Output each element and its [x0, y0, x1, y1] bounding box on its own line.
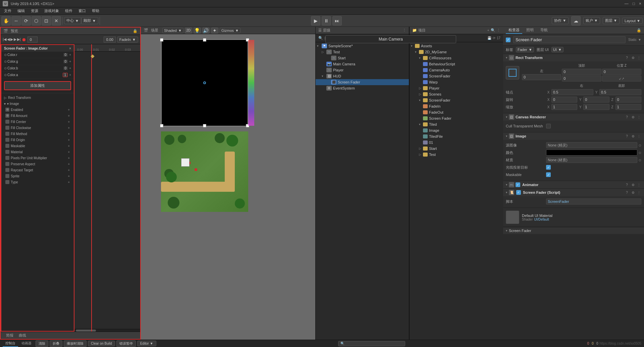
scene-audio-btn[interactable]: 🔊 [202, 27, 210, 34]
tl-item-enabled[interactable]: ⊙ Enabled + [1, 107, 74, 113]
tl-item-raycast-target[interactable]: Raycast Target + [1, 167, 74, 173]
menu-assets[interactable]: 资源 [28, 8, 41, 14]
refresh-btn[interactable]: ⟳ [493, 36, 495, 40]
transform-tool-btn[interactable]: ✕ [52, 16, 61, 25]
scene-2d-btn[interactable]: 2D [185, 27, 192, 34]
cloud-btn[interactable]: ☁ [571, 16, 581, 25]
rt-stretch-icon[interactable] [506, 66, 519, 79]
tab-navigation[interactable]: 导航 [538, 27, 550, 34]
rt-left-val[interactable]: 0 [522, 74, 561, 80]
image-component-header[interactable]: ▾ 🖼 Image ? ⚙ ⋮ [503, 132, 644, 140]
tl-item-fill-amount[interactable]: ⊙ Fill Amount + [1, 113, 74, 119]
obj-enabled-checkbox[interactable]: ✓ [506, 38, 511, 42]
proj-tiled-image[interactable]: Image [410, 127, 503, 133]
scene-effects-btn[interactable]: ✦ [211, 27, 218, 34]
hier-item-main-camera[interactable]: 📷 Main Camera [316, 61, 409, 67]
rot-z[interactable]: 0 [615, 97, 641, 103]
canvas-renderer-header[interactable]: ▾ 🖼 Canvas Renderer ? ⚙ ⋮ [503, 113, 644, 121]
global-dropdown[interactable]: 顾部 ▼ [81, 17, 98, 24]
move-tool-btn[interactable]: ↔ [11, 16, 21, 25]
hier-item-eventsystem[interactable]: ⚙ EventSystem [316, 85, 409, 91]
menu-edit[interactable]: 编辑 [15, 8, 28, 14]
editor-dropdown-btn[interactable]: Editor ▼ [137, 341, 156, 346]
rt-overflow-btn[interactable]: ⋮ [637, 55, 641, 60]
img-raycast-checkbox[interactable]: ✓ [546, 165, 551, 170]
prop-add-a[interactable]: + [69, 73, 71, 77]
rt-help-btn[interactable]: ? [625, 55, 629, 60]
console-search[interactable]: 🔍 [338, 341, 405, 346]
pivot-x[interactable]: 0.5 [551, 89, 593, 95]
tab-inspector[interactable]: 检查器 [506, 27, 522, 34]
hier-item-samplescene[interactable]: ▾ ⚑ SampleScene* [316, 43, 409, 49]
gizmos-dropdown[interactable]: Gizmos ▼ [220, 28, 240, 33]
animator-enabled-check[interactable]: ✓ [516, 182, 520, 187]
search-asset-btn[interactable]: 🔍 [491, 28, 495, 33]
prop-add-g[interactable]: + [69, 60, 71, 63]
handle-tl[interactable] [160, 38, 163, 42]
layout-dropdown[interactable]: Layout ▼ [622, 18, 643, 24]
proj-scenes-folder[interactable]: ▷ Scenes [410, 91, 503, 97]
save-layout-btn[interactable]: 💾 [487, 36, 491, 40]
clear-on-build-btn[interactable]: Clear on Build [88, 341, 115, 346]
menu-window[interactable]: 窗口 [76, 8, 89, 14]
close-btn[interactable]: × [639, 1, 641, 6]
proj-tiled-folder[interactable]: ▾ Tiled [410, 121, 503, 127]
img-overflow-btn[interactable]: ⋮ [637, 134, 641, 138]
anim-play[interactable]: ▶ [10, 37, 13, 42]
img-settings-btn[interactable]: ⚙ [631, 134, 635, 138]
img-material-select-btn[interactable]: ○ [639, 157, 641, 163]
rot-y[interactable]: 0 [583, 97, 609, 103]
layers-dropdown[interactable]: 图层 ▼ [603, 17, 620, 24]
img-color-picker-btn[interactable]: ○ [639, 150, 641, 155]
proj-player-folder[interactable]: ▷ Player [410, 85, 503, 91]
play-btn[interactable]: ▶ [311, 16, 320, 25]
anim-record[interactable]: ⏺ [21, 37, 26, 42]
anim-clip-selector[interactable]: FadeIn ▼ [117, 37, 138, 43]
anim-frame-num[interactable]: 0 [28, 37, 38, 43]
lock-icon[interactable]: 🔒 [133, 29, 138, 33]
rotate-tool-btn[interactable]: ⟳ [21, 16, 31, 25]
rt-settings-btn[interactable]: ⚙ [631, 55, 635, 60]
anim-help-btn[interactable]: ? [625, 182, 629, 187]
inspector-lock-btn[interactable]: 🔒 [637, 28, 641, 33]
proj-screenfader-folder[interactable]: ▾ ScreenFader [410, 97, 503, 103]
cr-cull-checkbox[interactable] [546, 124, 551, 128]
menu-gameobject[interactable]: 游戏对象 [42, 8, 62, 14]
timeline-scrollbar[interactable] [74, 329, 140, 332]
scene-title[interactable]: 场景 [151, 28, 158, 33]
error-pause-btn[interactable]: 错误暂停 [116, 340, 136, 347]
proj-start-folder[interactable]: ▷ Start [410, 146, 503, 152]
play-clear-btn[interactable]: 播放时清除 [64, 340, 87, 347]
proj-fadeout[interactable]: FadeOut [410, 109, 503, 115]
proj-tiled-file[interactable]: TiledFile [410, 133, 503, 139]
scene-lights-btn[interactable]: 💡 [194, 27, 201, 34]
rt-top-val[interactable]: 0 [562, 69, 601, 75]
screen-fader-collapse-btn[interactable]: ▾ Screen Fader [503, 227, 644, 234]
anim-overflow-btn[interactable]: ⋮ [637, 182, 641, 187]
tl-item-maskable[interactable]: Maskable + [1, 143, 74, 149]
rect-tool-btn[interactable]: ⊡ [42, 16, 51, 25]
anim-prev-key[interactable]: |◀ [3, 37, 6, 42]
tl-add-enabled[interactable]: + [68, 108, 70, 112]
tl-item-fill-method[interactable]: Fill Method + [1, 131, 74, 137]
hand-tool-btn[interactable]: ✋ [1, 16, 11, 25]
tl-item-fill-clockwise[interactable]: Fill Clockwise + [1, 125, 74, 131]
animator-header[interactable]: ▾ 🎮 ✓ Animator ? ⚙ ⋮ [503, 181, 644, 188]
scene-content[interactable] [141, 34, 315, 340]
tl-item-type[interactable]: Type + [1, 179, 74, 185]
img-source-field[interactable]: None (精灵) [546, 142, 637, 148]
tab-curve[interactable]: 曲线 [16, 333, 29, 338]
img-material-field[interactable]: None (材质) [546, 157, 637, 163]
img-help-btn[interactable]: ? [625, 134, 629, 138]
proj-test-folder[interactable]: ▷ Test [410, 152, 503, 158]
account-dropdown[interactable]: 账户 ▼ [583, 17, 600, 24]
prop-add-b[interactable]: + [69, 66, 71, 70]
tl-item-ppu[interactable]: Pixels Per Unit Multiplier + [1, 155, 74, 161]
hier-item-hud[interactable]: ▾ 🖼 HUD [316, 73, 409, 79]
scale-y[interactable]: 1 [583, 104, 609, 110]
add-property-btn[interactable]: 添加属性 [4, 81, 71, 90]
handle-bm[interactable] [203, 124, 206, 127]
layer-dropdown[interactable]: UI ▼ [551, 47, 564, 52]
rt-bottom-val[interactable]: 0 [562, 75, 601, 81]
tag-dropdown[interactable]: Fader ▼ [516, 47, 534, 52]
